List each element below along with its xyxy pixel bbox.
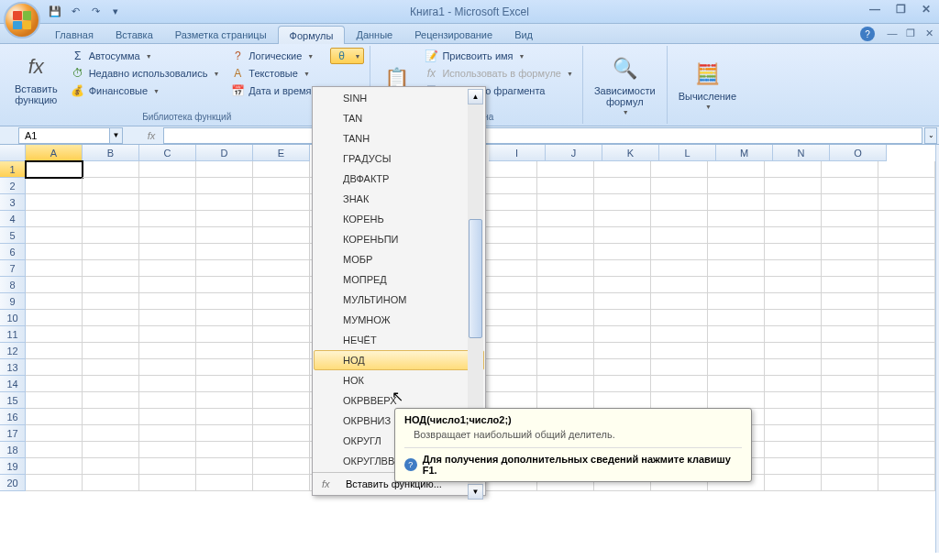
cell[interactable]	[822, 227, 878, 244]
cell[interactable]	[253, 392, 310, 409]
cell[interactable]	[139, 227, 196, 244]
cell[interactable]	[708, 392, 765, 409]
function-menu-item[interactable]: КОРЕНЬ	[314, 209, 484, 229]
cell[interactable]	[26, 458, 83, 475]
cell[interactable]	[651, 310, 708, 326]
cell[interactable]	[196, 161, 253, 178]
cell[interactable]	[196, 277, 253, 293]
cell[interactable]	[537, 376, 594, 392]
cell[interactable]	[139, 260, 196, 277]
function-menu-item[interactable]: МУЛЬТИНОМ	[314, 290, 484, 310]
cell[interactable]	[594, 227, 651, 244]
column-header[interactable]: J	[546, 145, 602, 161]
cell[interactable]	[765, 194, 822, 211]
cell[interactable]	[196, 409, 253, 425]
cell[interactable]	[481, 326, 537, 343]
cell[interactable]	[651, 359, 708, 376]
cell[interactable]	[878, 310, 935, 326]
save-button[interactable]: 💾	[46, 3, 64, 21]
cell[interactable]	[481, 392, 537, 409]
cell[interactable]	[481, 161, 537, 178]
cell[interactable]	[139, 359, 196, 376]
cell[interactable]	[253, 425, 310, 442]
row-header[interactable]: 2	[0, 178, 26, 194]
calculation-button[interactable]: 🧮 Вычисление ▼	[673, 48, 743, 122]
column-header[interactable]: M	[716, 145, 773, 161]
cell[interactable]	[765, 392, 822, 409]
row-header[interactable]: 6	[0, 244, 26, 260]
fx-button[interactable]: fx	[141, 127, 161, 144]
cell[interactable]	[878, 227, 935, 244]
cell[interactable]	[537, 194, 594, 211]
cell[interactable]	[878, 161, 935, 178]
function-menu-item[interactable]: ЗНАК	[314, 189, 484, 209]
cell[interactable]	[26, 409, 83, 425]
cell[interactable]	[765, 293, 822, 310]
cell[interactable]	[594, 161, 651, 178]
cell[interactable]	[651, 392, 708, 409]
cell[interactable]	[83, 343, 139, 359]
autosum-button[interactable]: ΣАвтосумма▼	[67, 48, 224, 64]
cell[interactable]	[594, 376, 651, 392]
cell[interactable]	[26, 359, 83, 376]
cell[interactable]	[26, 343, 83, 359]
cell[interactable]	[26, 326, 83, 343]
cell[interactable]	[708, 326, 765, 343]
doc-minimize-button[interactable]: ―	[886, 27, 899, 39]
cell[interactable]	[196, 178, 253, 194]
close-button[interactable]: ✕	[917, 2, 935, 16]
function-menu-item[interactable]: МУМНОЖ	[314, 310, 484, 330]
cell[interactable]	[26, 425, 83, 442]
cell[interactable]	[196, 359, 253, 376]
cell[interactable]	[822, 425, 878, 442]
cell[interactable]	[83, 326, 139, 343]
cell[interactable]	[481, 359, 537, 376]
cell[interactable]	[765, 178, 822, 194]
function-menu-item[interactable]: TAN	[314, 108, 484, 128]
cell[interactable]	[537, 392, 594, 409]
cell[interactable]	[765, 343, 822, 359]
cell[interactable]	[83, 293, 139, 310]
cell[interactable]	[765, 277, 822, 293]
cell[interactable]	[537, 277, 594, 293]
cell[interactable]	[253, 161, 310, 178]
cell[interactable]	[765, 227, 822, 244]
cell[interactable]	[822, 409, 878, 425]
cell[interactable]	[594, 293, 651, 310]
cell[interactable]	[196, 392, 253, 409]
cell[interactable]	[708, 194, 765, 211]
cell[interactable]	[878, 376, 935, 392]
function-menu-item[interactable]: НЕЧЁТ	[314, 330, 484, 350]
cell[interactable]	[822, 244, 878, 260]
cell[interactable]	[83, 376, 139, 392]
cell[interactable]	[822, 343, 878, 359]
cell[interactable]	[878, 359, 935, 376]
cell[interactable]	[253, 310, 310, 326]
cell[interactable]	[822, 293, 878, 310]
column-header[interactable]: I	[489, 145, 546, 161]
cell[interactable]	[139, 409, 196, 425]
cell[interactable]	[481, 194, 537, 211]
cell[interactable]	[537, 293, 594, 310]
cell[interactable]	[481, 244, 537, 260]
cell[interactable]	[481, 310, 537, 326]
cell[interactable]	[26, 442, 83, 458]
cell[interactable]	[594, 310, 651, 326]
cell[interactable]	[765, 244, 822, 260]
cell[interactable]	[822, 359, 878, 376]
cell[interactable]	[196, 326, 253, 343]
cell[interactable]	[878, 260, 935, 277]
cell[interactable]	[253, 194, 310, 211]
cell[interactable]	[139, 326, 196, 343]
cell[interactable]	[765, 161, 822, 178]
scroll-thumb[interactable]	[469, 219, 482, 338]
text-button[interactable]: AТекстовые▼	[226, 65, 326, 82]
cell[interactable]	[878, 293, 935, 310]
cell[interactable]	[537, 310, 594, 326]
cell[interactable]	[139, 277, 196, 293]
cell[interactable]	[765, 475, 822, 491]
tab-insert[interactable]: Вставка	[105, 26, 164, 43]
cell[interactable]	[139, 211, 196, 227]
row-header[interactable]: 9	[0, 293, 26, 310]
cell[interactable]	[26, 260, 83, 277]
